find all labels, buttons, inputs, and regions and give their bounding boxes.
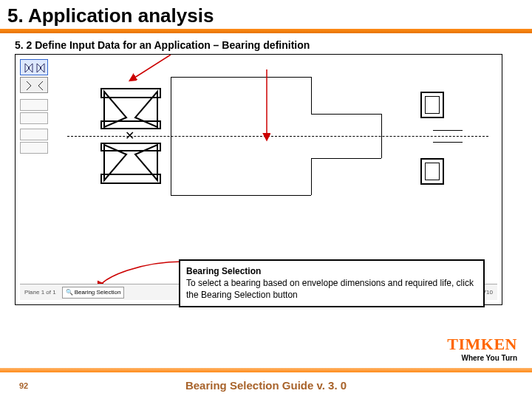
plane-label: Plane 1 of 1 [24,289,56,296]
callout-body: To select a bearing based on envelope di… [186,277,477,301]
callout-title: Bearing Selection [186,265,477,277]
bearing-selection-button[interactable]: 🔍 Bearing Selection [62,287,125,299]
footer-divider [0,368,532,372]
content-area: ✕ Plane 1 of 1 🔍 Bearing Selection [15,54,517,305]
search-icon: 🔍 [66,289,73,296]
arrow-to-bearing-top [16,55,503,284]
slide-title: 5. Application analysis [0,0,532,29]
callout-box: Bearing Selection To select a bearing ba… [179,259,485,307]
section-subtitle: 5. 2 Define Input Data for an Applicatio… [0,33,532,54]
logo-block: TIMKEN Where You Turn [447,335,517,362]
guide-title: Bearing Selection Guide v. 3. 0 [0,379,532,392]
brand-logo: TIMKEN [447,335,517,354]
brand-tagline: Where You Turn [447,354,517,362]
bearing-selection-label: Bearing Selection [75,289,121,296]
